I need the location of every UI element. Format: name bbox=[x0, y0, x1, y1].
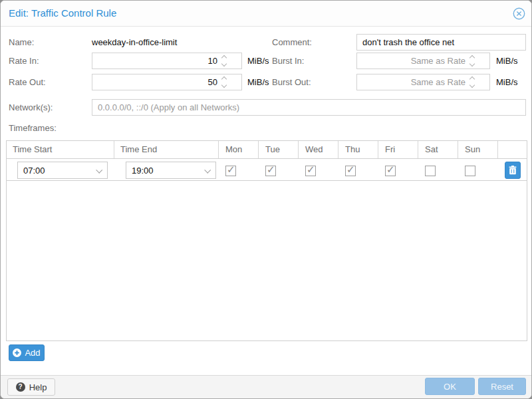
burst-in-unit: MiB/s bbox=[496, 53, 518, 69]
name-label: Name: bbox=[9, 34, 34, 51]
delete-row-button[interactable] bbox=[505, 162, 521, 179]
sat-checkbox[interactable] bbox=[425, 166, 436, 176]
column-header-time-start[interactable]: Time Start bbox=[7, 141, 114, 158]
column-header-mon[interactable]: Mon bbox=[219, 141, 259, 158]
column-header-tue[interactable]: Tue bbox=[259, 141, 299, 158]
column-header-time-end[interactable]: Time End bbox=[114, 141, 219, 158]
timeframes-label: Timeframes: bbox=[9, 120, 57, 136]
thu-checkbox[interactable] bbox=[345, 166, 356, 176]
burst-out-unit: MiB/s bbox=[496, 74, 518, 90]
reset-button[interactable]: Reset bbox=[478, 378, 526, 395]
comment-label: Comment: bbox=[272, 34, 312, 51]
chevron-down-icon bbox=[96, 167, 102, 174]
time-end-combo[interactable]: 19:00 bbox=[126, 162, 216, 179]
close-icon[interactable] bbox=[513, 7, 525, 20]
footer-toolbar: ? Help OK Reset bbox=[1, 375, 531, 398]
window-title: Edit: Traffic Control Rule bbox=[9, 1, 116, 26]
networks-input[interactable] bbox=[92, 99, 526, 116]
trash-icon bbox=[509, 166, 517, 175]
column-header-wed[interactable]: Wed bbox=[299, 141, 338, 158]
question-circle-icon: ? bbox=[16, 382, 25, 392]
rate-out-label: Rate Out: bbox=[9, 74, 46, 90]
rate-in-spinner[interactable] bbox=[219, 54, 229, 68]
column-header-fri[interactable]: Fri bbox=[378, 141, 418, 158]
help-button-label: Help bbox=[29, 382, 47, 392]
column-header-actions bbox=[498, 141, 527, 158]
reset-button-label: Reset bbox=[491, 382, 513, 392]
time-start-value: 07:00 bbox=[18, 166, 45, 176]
fri-checkbox[interactable] bbox=[385, 166, 396, 176]
mon-checkbox[interactable] bbox=[225, 166, 236, 176]
ok-button-label: OK bbox=[444, 382, 456, 392]
edit-traffic-control-rule-dialog: Edit: Traffic Control Rule Name: weekday… bbox=[0, 0, 532, 399]
burst-out-label: Burst Out: bbox=[272, 74, 311, 90]
time-start-combo[interactable]: 07:00 bbox=[17, 162, 108, 179]
column-header-thu[interactable]: Thu bbox=[338, 141, 378, 158]
help-button[interactable]: ? Help bbox=[7, 378, 55, 396]
tue-checkbox[interactable] bbox=[265, 166, 276, 176]
window-header: Edit: Traffic Control Rule bbox=[1, 1, 531, 27]
wed-checkbox[interactable] bbox=[305, 166, 316, 176]
name-value: weekday-in-office-limit bbox=[92, 34, 177, 51]
networks-label: Network(s): bbox=[9, 99, 53, 116]
burst-out-spinner[interactable] bbox=[467, 75, 477, 89]
rate-in-label: Rate In: bbox=[9, 53, 39, 69]
ok-button[interactable]: OK bbox=[425, 378, 475, 395]
column-header-sat[interactable]: Sat bbox=[418, 141, 458, 158]
burst-in-spinner[interactable] bbox=[467, 54, 477, 68]
sun-checkbox[interactable] bbox=[465, 166, 475, 176]
plus-circle-icon bbox=[13, 348, 21, 357]
rate-out-unit: MiB/s bbox=[247, 74, 269, 90]
comment-input[interactable] bbox=[356, 34, 526, 51]
column-header-sun[interactable]: Sun bbox=[458, 141, 498, 158]
add-button[interactable]: Add bbox=[9, 344, 45, 361]
time-end-value: 19:00 bbox=[126, 166, 154, 176]
timeframe-row: 07:00 19:00 bbox=[7, 159, 527, 181]
burst-in-label: Burst In: bbox=[272, 53, 304, 69]
timeframes-grid: Time Start Time End Mon Tue Wed Thu Fri … bbox=[6, 140, 527, 341]
chevron-down-icon bbox=[204, 167, 211, 174]
rate-in-unit: MiB/s bbox=[247, 53, 269, 69]
grid-header: Time Start Time End Mon Tue Wed Thu Fri … bbox=[7, 141, 527, 159]
add-button-label: Add bbox=[25, 348, 40, 358]
rate-out-spinner[interactable] bbox=[219, 75, 229, 89]
